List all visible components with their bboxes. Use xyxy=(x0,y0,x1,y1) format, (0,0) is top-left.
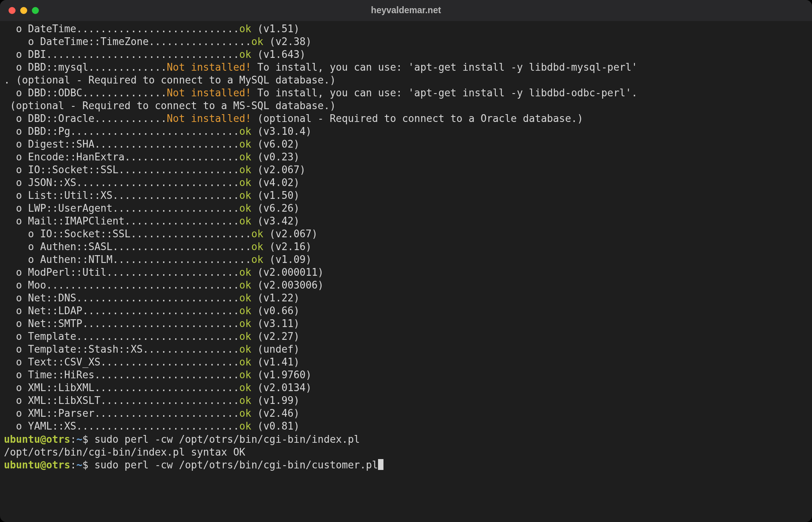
status-ok: ok xyxy=(239,356,251,368)
status-ok: ok xyxy=(239,305,251,317)
module-line: o DateTime::TimeZone.................ok … xyxy=(4,35,808,48)
window-title: heyvaldemar.net xyxy=(0,5,812,16)
module-line: o Text::CSV_XS.......................ok … xyxy=(4,356,808,369)
prompt-path: ~ xyxy=(76,433,82,445)
prompt-user: ubuntu@otrs xyxy=(4,459,70,471)
status-ok: ok xyxy=(239,190,251,201)
module-line: o Template::Stash::XS................ok … xyxy=(4,343,808,356)
module-line: o Digest::SHA........................ok … xyxy=(4,138,808,151)
command-text: sudo perl -cw /opt/otrs/bin/cgi-bin/cust… xyxy=(94,459,378,471)
module-line: o YAML::XS...........................ok … xyxy=(4,420,808,433)
status-ok: ok xyxy=(239,125,251,137)
module-line: o Template...........................ok … xyxy=(4,330,808,343)
prompt-path: ~ xyxy=(76,459,82,471)
status-ok: ok xyxy=(239,266,251,278)
close-icon[interactable] xyxy=(9,7,16,14)
status-ok: ok xyxy=(251,254,263,265)
module-line: o Net::SMTP..........................ok … xyxy=(4,317,808,330)
module-line: o XML::Parser........................ok … xyxy=(4,407,808,420)
status-ok: ok xyxy=(239,279,251,291)
status-ok: ok xyxy=(239,318,251,329)
module-line: o DBD::Pg............................ok … xyxy=(4,125,808,138)
status-ok: ok xyxy=(239,382,251,393)
module-line: o IO::Socket::SSL....................ok … xyxy=(4,164,808,176)
module-line: o Net::DNS...........................ok … xyxy=(4,292,808,304)
status-ok: ok xyxy=(239,49,251,60)
module-line: o Authen::SASL.......................ok … xyxy=(4,240,808,253)
status-ok: ok xyxy=(239,215,251,227)
module-line: o DBD::ODBC..............Not installed! … xyxy=(4,87,808,99)
terminal-output[interactable]: o DateTime...........................ok … xyxy=(4,23,808,518)
prompt-line: ubuntu@otrs:~$ sudo perl -cw /opt/otrs/b… xyxy=(4,433,808,446)
status-ok: ok xyxy=(239,138,251,150)
module-line: o List::Util::XS.....................ok … xyxy=(4,189,808,202)
module-line: o IO::Socket::SSL....................ok … xyxy=(4,228,808,240)
module-line: o XML::LibXML........................ok … xyxy=(4,381,808,394)
status-ok: ok xyxy=(239,23,251,35)
titlebar: heyvaldemar.net xyxy=(0,0,812,21)
module-line-wrap: . (optional - Required to connect to a M… xyxy=(4,74,808,87)
status-ok: ok xyxy=(239,292,251,304)
module-line: o XML::LibXSLT.......................ok … xyxy=(4,394,808,407)
status-not-installed: Not installed! xyxy=(167,61,251,73)
module-line: o ModPerl::Util......................ok … xyxy=(4,266,808,279)
status-ok: ok xyxy=(239,202,251,214)
module-line: o DateTime...........................ok … xyxy=(4,23,808,35)
status-not-installed: Not installed! xyxy=(167,87,251,99)
zoom-icon[interactable] xyxy=(32,7,39,14)
module-line: o DBD::Oracle............Not installed! … xyxy=(4,112,808,125)
command-text: sudo perl -cw /opt/otrs/bin/cgi-bin/inde… xyxy=(94,433,360,445)
status-not-installed: Not installed! xyxy=(167,113,251,124)
module-line: o Mail::IMAPClient...................ok … xyxy=(4,215,808,228)
module-line: o Authen::NTLM.......................ok … xyxy=(4,253,808,266)
module-line: o LWP::UserAgent.....................ok … xyxy=(4,202,808,215)
module-line-wrap: (optional - Required to connect to a MS-… xyxy=(4,99,808,112)
status-ok: ok xyxy=(239,177,251,188)
minimize-icon[interactable] xyxy=(20,7,27,14)
status-ok: ok xyxy=(239,164,251,176)
status-ok: ok xyxy=(239,395,251,406)
module-line: o DBD::mysql.............Not installed! … xyxy=(4,61,808,74)
module-line: o Time::HiRes........................ok … xyxy=(4,369,808,381)
module-line: o Moo................................ok … xyxy=(4,279,808,292)
module-line: o DBI................................ok … xyxy=(4,48,808,61)
status-ok: ok xyxy=(251,241,263,252)
terminal-window: heyvaldemar.net o DateTime..............… xyxy=(0,0,812,522)
status-ok: ok xyxy=(239,331,251,342)
status-ok: ok xyxy=(251,228,263,240)
status-ok: ok xyxy=(251,36,263,47)
status-ok: ok xyxy=(239,420,251,432)
cursor-icon xyxy=(378,459,383,470)
module-line: o Net::LDAP..........................ok … xyxy=(4,304,808,317)
prompt-user: ubuntu@otrs xyxy=(4,433,70,445)
window-controls xyxy=(9,7,39,14)
module-line: o JSON::XS...........................ok … xyxy=(4,176,808,189)
command-output: /opt/otrs/bin/cgi-bin/index.pl syntax OK xyxy=(4,446,808,459)
status-ok: ok xyxy=(239,407,251,419)
status-ok: ok xyxy=(239,151,251,163)
status-ok: ok xyxy=(239,369,251,381)
module-line: o Encode::HanExtra...................ok … xyxy=(4,151,808,164)
status-ok: ok xyxy=(239,343,251,355)
prompt-line-current[interactable]: ubuntu@otrs:~$ sudo perl -cw /opt/otrs/b… xyxy=(4,459,808,472)
